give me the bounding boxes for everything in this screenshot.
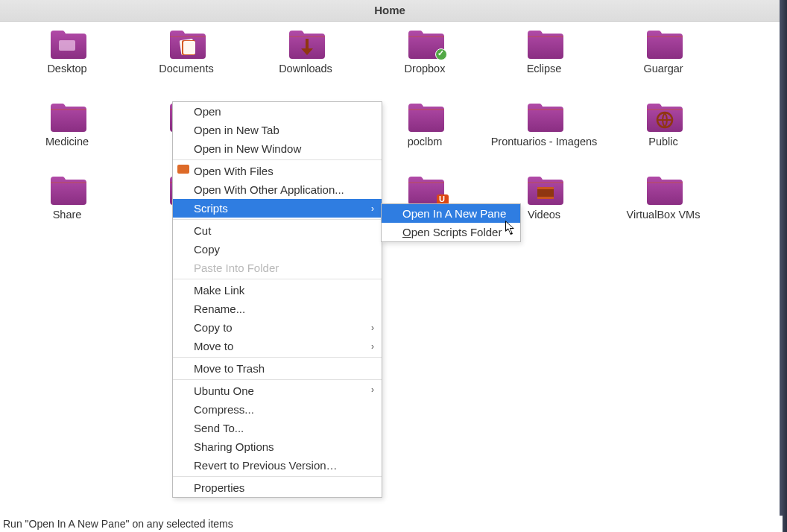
menu-item-label: Send To... (194, 422, 244, 434)
submenu-open-scripts-folder[interactable]: Open Scripts Folder (382, 223, 520, 241)
folder-label: Downloads (246, 62, 365, 75)
menu-move-to[interactable]: Move to› (173, 337, 382, 355)
folder-icon (405, 28, 444, 59)
menu-item-label: Sharing Options (194, 440, 274, 453)
menu-item-label: Rename... (194, 303, 245, 315)
menu-item-label: Cut (194, 224, 211, 237)
folder-label: poclbm (365, 135, 484, 148)
menu-item-label: Ubuntu One (194, 384, 254, 397)
menu-item-label: Open in New Tab (194, 124, 279, 136)
sync-emblem-icon (435, 48, 447, 60)
folder-label: Eclipse (484, 62, 604, 75)
menu-item-label: Open Scripts Folder (402, 226, 502, 238)
folder-prontuarios-imagens[interactable]: Prontuarios - Imagens (484, 101, 604, 148)
submenu-arrow-icon: › (371, 384, 374, 395)
menu-open[interactable]: Open (173, 102, 382, 121)
menu-item-label: Open in New Window (194, 142, 301, 155)
folder-label: Public (604, 135, 723, 148)
folder-dropbox[interactable]: Dropbox (365, 28, 484, 75)
menu-item-label: Open (194, 105, 221, 118)
menu-item-label: Make Link (194, 284, 244, 297)
menu-item-label: Move to Trash (194, 362, 265, 375)
menu-open-with-other-application[interactable]: Open With Other Application... (173, 180, 382, 199)
folder-label: Share (7, 208, 127, 221)
menu-item-label: Paste Into Folder (194, 262, 279, 274)
svg-rect-11 (537, 197, 554, 199)
menu-item-label: Open With Other Application... (194, 183, 344, 196)
menu-item-label: Properties (194, 481, 244, 494)
folder-icon (525, 174, 563, 205)
menu-sharing-options[interactable]: Sharing Options (173, 437, 382, 456)
folder-icon (167, 28, 206, 59)
folder-label: Desktop (7, 62, 127, 75)
menu-item-label: Open In A New Pane (402, 207, 506, 220)
folder-share[interactable]: Share (7, 174, 127, 221)
folder-medicine[interactable]: Medicine (7, 101, 127, 148)
folder-label: Guargar (604, 62, 723, 75)
folder-icon (644, 28, 683, 59)
menu-move-to-trash[interactable]: Move to Trash (173, 357, 382, 378)
submenu-arrow-icon: › (371, 203, 374, 214)
folder-icon (405, 174, 444, 205)
window-title: Home (374, 4, 405, 16)
titlebar[interactable]: Home (0, 0, 780, 22)
menu-open-with-files[interactable]: Open With Files (173, 159, 382, 180)
svg-rect-10 (537, 187, 554, 189)
folder-public[interactable]: Public (604, 101, 723, 148)
menu-send-to[interactable]: Send To... (173, 419, 382, 437)
context-menu[interactable]: OpenOpen in New TabOpen in New WindowOpe… (172, 101, 382, 498)
menu-open-in-new-tab[interactable]: Open in New Tab (173, 121, 382, 139)
folder-icon (48, 28, 86, 59)
folder-label: Dropbox (365, 62, 484, 75)
scripts-submenu[interactable]: Open In A New PaneOpen Scripts Folder (381, 203, 521, 242)
files-icon (177, 165, 189, 174)
menu-item-label: Copy (194, 243, 220, 256)
folder-icon (286, 28, 325, 59)
menu-compress[interactable]: Compress... (173, 400, 382, 419)
menu-item-label: Copy to (194, 321, 233, 334)
folder-documents[interactable]: Documents (127, 28, 246, 75)
folder-guargar[interactable]: Guargar (604, 28, 723, 75)
desktop-edge (780, 0, 787, 532)
menu-make-link[interactable]: Make Link (173, 279, 382, 300)
folder-label: Medicine (7, 135, 127, 148)
menu-rename[interactable]: Rename... (173, 300, 382, 318)
file-manager-window: Home Desktop Documents Downloads Dropbox (0, 0, 780, 532)
folder-eclipse[interactable]: Eclipse (484, 28, 604, 75)
menu-paste-into-folder: Paste Into Folder (173, 259, 382, 277)
status-bar: Run "Open In A New Pane" on any selected… (0, 516, 783, 532)
menu-properties[interactable]: Properties (173, 476, 382, 497)
menu-revert-to-previous-version[interactable]: Revert to Previous Version… (173, 456, 382, 475)
folder-icon (48, 101, 86, 132)
folder-label: Prontuarios - Imagens (484, 135, 604, 148)
folder-icon (644, 101, 683, 132)
menu-item-label: Scripts (194, 202, 228, 215)
folder-icon (48, 174, 86, 205)
folder-virtualbox-vms[interactable]: VirtualBox VMs (604, 174, 723, 221)
folder-desktop[interactable]: Desktop (7, 28, 127, 75)
submenu-open-in-a-new-pane[interactable]: Open In A New Pane (382, 204, 520, 223)
folder-downloads[interactable]: Downloads (246, 28, 365, 75)
folder-icon (525, 28, 563, 59)
submenu-arrow-icon: › (371, 323, 374, 333)
menu-copy-to[interactable]: Copy to› (173, 318, 382, 337)
folder-icon (525, 101, 563, 132)
menu-item-label: Open With Files (194, 165, 274, 177)
status-text: Run "Open In A New Pane" on any selected… (3, 518, 233, 530)
menu-ubuntu-one[interactable]: Ubuntu One› (173, 379, 382, 400)
menu-scripts[interactable]: Scripts› (173, 199, 382, 218)
folder-poclbm[interactable]: poclbm (365, 101, 484, 148)
svg-rect-3 (183, 41, 195, 54)
svg-rect-0 (59, 40, 75, 51)
folder-label: Documents (127, 62, 246, 75)
menu-open-in-new-window[interactable]: Open in New Window (173, 139, 382, 158)
submenu-arrow-icon: › (371, 341, 374, 352)
icon-view[interactable]: Desktop Documents Downloads Dropbox Ecli… (0, 22, 780, 514)
folder-icon (405, 101, 444, 132)
menu-copy[interactable]: Copy (173, 240, 382, 259)
folder-icon (644, 174, 683, 205)
menu-item-label: Move to (194, 340, 233, 352)
menu-cut[interactable]: Cut (173, 219, 382, 240)
folder-label: VirtualBox VMs (604, 208, 723, 221)
menu-item-label: Revert to Previous Version… (194, 459, 338, 472)
